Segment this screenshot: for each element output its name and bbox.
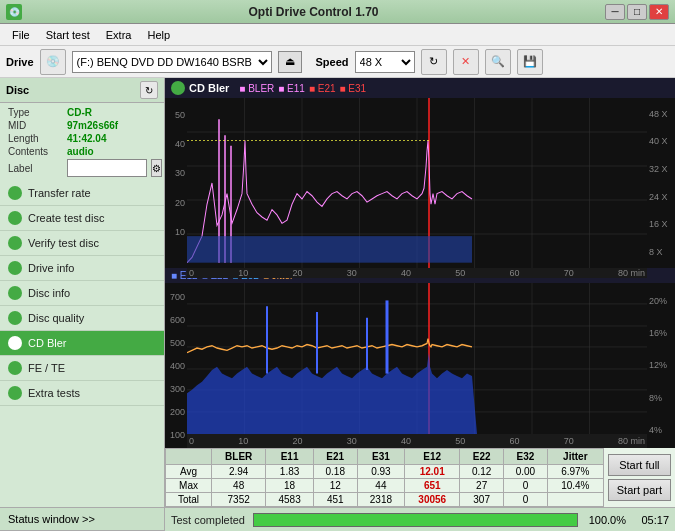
stats-max-e22: 27: [460, 479, 504, 493]
disc-info: Type CD-R MID 97m26s66f Length 41:42.04 …: [0, 103, 164, 181]
refresh-button[interactable]: ↻: [421, 49, 447, 75]
stats-table-wrap: BLER E11 E21 E31 E12 E22 E32 Jitter Avg: [165, 448, 604, 507]
stats-avg-label: Avg: [166, 465, 212, 479]
stats-max-e32: 0: [504, 479, 548, 493]
speed-label: Speed: [316, 56, 349, 68]
nav-disc-info[interactable]: Disc info: [0, 281, 164, 306]
drive-icon: 💿: [40, 49, 66, 75]
clear-button[interactable]: ✕: [453, 49, 479, 75]
contents-label: Contents: [8, 146, 63, 157]
stats-total-e21: 451: [313, 493, 357, 507]
label-input[interactable]: [67, 159, 147, 177]
stats-avg-e11: 1.83: [266, 465, 314, 479]
stats-max-e31: 44: [357, 479, 405, 493]
nav-label-disc-quality: Disc quality: [28, 312, 84, 324]
window-controls: ─ □ ✕: [605, 4, 669, 20]
stats-table: BLER E11 E21 E31 E12 E22 E32 Jitter Avg: [165, 448, 604, 507]
nav-cd-bler[interactable]: CD Bler: [0, 331, 164, 356]
disc-refresh-button[interactable]: ↻: [140, 81, 158, 99]
mid-label: MID: [8, 120, 63, 131]
stats-max-e21: 12: [313, 479, 357, 493]
start-part-button[interactable]: Start part: [608, 479, 671, 501]
label-gear-button[interactable]: ⚙: [151, 159, 162, 177]
title-bar: 💿 Opti Drive Control 1.70 ─ □ ✕: [0, 0, 675, 24]
minimize-button[interactable]: ─: [605, 4, 625, 20]
stats-max-bler: 48: [212, 479, 266, 493]
progress-bar-fill: [254, 514, 577, 526]
stats-col-e32: E32: [504, 449, 548, 465]
menu-file[interactable]: File: [4, 27, 38, 43]
nav-label-verify-test-disc: Verify test disc: [28, 237, 99, 249]
chart-title-icon: [171, 81, 185, 95]
close-button[interactable]: ✕: [649, 4, 669, 20]
status-window-button[interactable]: Status window >>: [0, 508, 164, 531]
nav-create-test-disc[interactable]: Create test disc: [0, 206, 164, 231]
stats-avg-bler: 2.94: [212, 465, 266, 479]
stats-avg-e12: 12.01: [405, 465, 460, 479]
action-buttons: Start full Start part: [604, 448, 675, 507]
nav-disc-quality[interactable]: Disc quality: [0, 306, 164, 331]
eject-button[interactable]: ⏏: [278, 51, 302, 73]
menu-extra[interactable]: Extra: [98, 27, 140, 43]
app-icon: 💿: [6, 4, 22, 20]
stats-total-jitter: [547, 493, 603, 507]
status-text: Test completed: [171, 514, 245, 526]
stats-area: BLER E11 E21 E31 E12 E22 E32 Jitter Avg: [165, 448, 675, 507]
lower-chart-area: 700 600 500 400 300 200 100: [165, 283, 675, 448]
nav-transfer-rate[interactable]: Transfer rate: [0, 181, 164, 206]
disc-title: Disc: [6, 84, 29, 96]
upper-chart-canvas: 0 10 20 30 40 50 60 70 80 min: [187, 98, 647, 268]
menu-start-test[interactable]: Start test: [38, 27, 98, 43]
type-value: CD-R: [67, 107, 92, 118]
nav-label-transfer-rate: Transfer rate: [28, 187, 91, 199]
nav-extra-tests[interactable]: Extra tests: [0, 381, 164, 406]
save-button[interactable]: 💾: [517, 49, 543, 75]
legend-e31: ■ E31: [340, 83, 367, 94]
nav-label-disc-info: Disc info: [28, 287, 70, 299]
progress-bar-container: [253, 513, 578, 527]
stats-col-e22: E22: [460, 449, 504, 465]
stats-avg-e22: 0.12: [460, 465, 504, 479]
upper-y-labels: 50 40 30 20 10: [165, 98, 187, 268]
nav-icon-disc-quality: [8, 311, 22, 325]
stats-avg-jitter: 6.97%: [547, 465, 603, 479]
menu-bar: File Start test Extra Help: [0, 24, 675, 46]
stats-avg-e32: 0.00: [504, 465, 548, 479]
menu-help[interactable]: Help: [139, 27, 178, 43]
lower-y-labels: 700 600 500 400 300 200 100: [165, 283, 187, 448]
drive-select[interactable]: (F:) BENQ DVD DD DW1640 BSRB: [72, 51, 272, 73]
left-panel: Disc ↻ Type CD-R MID 97m26s66f Length 41…: [0, 78, 165, 531]
stats-col-e31: E31: [357, 449, 405, 465]
nav-verify-test-disc[interactable]: Verify test disc: [0, 231, 164, 256]
stats-avg-e21: 0.18: [313, 465, 357, 479]
type-label: Type: [8, 107, 63, 118]
maximize-button[interactable]: □: [627, 4, 647, 20]
nav-drive-info[interactable]: Drive info: [0, 256, 164, 281]
stats-col-e12: E12: [405, 449, 460, 465]
nav-icon-create-test-disc: [8, 211, 22, 225]
start-full-button[interactable]: Start full: [608, 454, 671, 476]
drive-label: Drive: [6, 56, 34, 68]
chart-title: CD Bler: [189, 82, 229, 94]
app-title: Opti Drive Control 1.70: [22, 5, 605, 19]
stats-row-max: Max 48 18 12 44 651 27 0 10.4%: [166, 479, 604, 493]
stats-total-e11: 4583: [266, 493, 314, 507]
stats-row-total: Total 7352 4583 451 2318 30056 307 0: [166, 493, 604, 507]
chart-header: CD Bler ■ BLER ■ E11 ■ E21 ■ E31: [165, 78, 675, 98]
stats-col-bler: BLER: [212, 449, 266, 465]
stats-avg-e31: 0.93: [357, 465, 405, 479]
upper-y-right-labels: 48 X 40 X 32 X 24 X 16 X 8 X: [647, 98, 675, 268]
stats-max-e11: 18: [266, 479, 314, 493]
lower-chart-canvas: 0 10 20 30 40 50 60 70 80 min: [187, 283, 647, 448]
mid-value: 97m26s66f: [67, 120, 118, 131]
upper-x-labels: 0 10 20 30 40 50 60 70 80 min: [187, 268, 647, 278]
nav-fe-te[interactable]: FE / TE: [0, 356, 164, 381]
nav-icon-cd-bler: [8, 336, 22, 350]
legend-e11: ■ E11: [278, 83, 305, 94]
speed-select[interactable]: 48 X: [355, 51, 415, 73]
nav-icon-drive-info: [8, 261, 22, 275]
scan-button[interactable]: 🔍: [485, 49, 511, 75]
nav-icon-verify-test-disc: [8, 236, 22, 250]
stats-max-e12: 651: [405, 479, 460, 493]
nav-label-drive-info: Drive info: [28, 262, 74, 274]
